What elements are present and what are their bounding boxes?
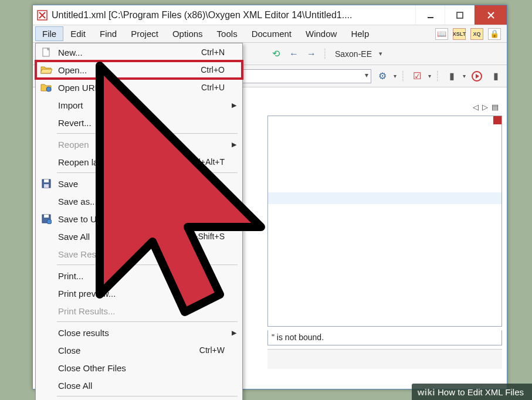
menu-accelerator: Ctrl+W	[199, 345, 242, 355]
column2-icon[interactable]: ▮	[488, 69, 503, 84]
menu-item-save-to-url[interactable]: Save to URL...	[36, 210, 242, 228]
menu-accelerator: Ctrl+Shift+S	[181, 232, 242, 241]
menu-item-print-results: Print Results...	[36, 302, 242, 320]
xslt-icon[interactable]: XSLT	[453, 28, 466, 40]
editor-area[interactable]	[267, 116, 502, 327]
processor-label[interactable]: Saxon-EE	[331, 49, 375, 59]
menu-accelerator: Ctrl+U	[201, 83, 242, 92]
window-buttons	[415, 5, 507, 25]
svg-rect-10	[44, 215, 49, 218]
gear-icon[interactable]: ⚙	[375, 69, 390, 84]
svg-point-11	[47, 219, 52, 224]
menu-label: Import	[57, 100, 242, 110]
menu-label: Print Results...	[57, 306, 242, 316]
refresh-icon[interactable]: ⟲	[269, 47, 283, 61]
error-marker[interactable]	[493, 116, 501, 124]
book-icon[interactable]: 📖	[435, 28, 448, 40]
xq-icon[interactable]: XQ	[470, 28, 483, 40]
editor-current-line	[268, 192, 501, 204]
menu-item-print-preview[interactable]: Print preview...	[36, 284, 242, 302]
menu-separator	[57, 396, 238, 396]
menu-item-reopen: Reopen▶	[36, 135, 242, 153]
menu-separator	[57, 265, 238, 265]
svg-rect-2	[457, 12, 463, 18]
menu-file[interactable]: File	[35, 26, 63, 41]
menu-document[interactable]: Document	[245, 26, 299, 41]
menu-label: Print preview...	[57, 289, 242, 299]
menu-label: Reopen last closed editor	[57, 157, 188, 167]
menu-item-open-url[interactable]: Open URL...Ctrl+U	[36, 79, 242, 96]
minimize-button[interactable]	[415, 5, 445, 25]
menu-tools[interactable]: Tools	[210, 26, 245, 41]
menu-item-close-other-files[interactable]: Close Other Files	[36, 359, 242, 377]
window-title: Untitled1.xml [C:\Program Files (x86)\Ox…	[48, 10, 415, 21]
submenu-arrow-icon: ▶	[232, 141, 236, 148]
validate-icon[interactable]: ☑	[409, 69, 425, 84]
menu-label: Save to URL...	[57, 214, 242, 224]
menu-item-print[interactable]: Print...	[36, 267, 242, 284]
menu-item-save-results: Save Results...	[36, 245, 242, 263]
menu-find[interactable]: Find	[93, 26, 124, 41]
menu-label: Reopen	[57, 140, 242, 150]
menu-label: Close All	[57, 381, 242, 391]
open-icon	[36, 65, 57, 74]
nav-arrows: ◁ ▷ ▤	[473, 103, 499, 111]
nav-list-icon[interactable]: ▤	[492, 103, 499, 111]
menu-accelerator: Ctrl+N	[201, 48, 242, 57]
play-icon[interactable]	[469, 69, 484, 84]
submenu-arrow-icon: ▶	[232, 101, 236, 109]
menu-separator	[57, 133, 238, 134]
nav-right-icon[interactable]: ▷	[482, 103, 488, 111]
menu-accelerator: Ctrl+O	[201, 65, 242, 74]
open-url-icon	[36, 83, 57, 92]
menu-item-close-results[interactable]: Close results▶	[36, 324, 242, 341]
menu-item-close[interactable]: CloseCtrl+W	[36, 341, 242, 359]
status-text: " is not bound.	[272, 333, 324, 342]
menu-item-close-all[interactable]: Close All	[36, 377, 242, 394]
menu-accelerator: Ctrl+Alt+T	[188, 157, 242, 167]
submenu-arrow-icon: ▶	[232, 329, 236, 337]
bottom-panel	[267, 349, 502, 369]
menu-help[interactable]: Help	[344, 26, 376, 41]
status-bar: " is not bound.	[267, 330, 502, 345]
menu-separator	[57, 321, 238, 322]
menu-label: Revert...	[57, 118, 242, 128]
svg-rect-8	[44, 184, 49, 188]
svg-rect-1	[428, 17, 433, 18]
svg-point-5	[46, 87, 51, 91]
menubar-right-icons: 📖 XSLT XQ 🔒	[435, 28, 504, 40]
menu-label: Open URL...	[57, 83, 201, 93]
close-button[interactable]	[474, 5, 507, 25]
menu-label: Save Results...	[57, 249, 242, 259]
menu-project[interactable]: Project	[124, 26, 165, 41]
lock-icon[interactable]: 🔒	[488, 28, 501, 40]
menu-label: Print...	[57, 271, 242, 281]
menu-item-save-all[interactable]: Save AllCtrl+Shift+S	[36, 228, 242, 245]
back-arrow-icon[interactable]: ←	[287, 47, 301, 61]
column-icon[interactable]: ▮	[444, 69, 459, 84]
title-bar: Untitled1.xml [C:\Program Files (x86)\Ox…	[33, 5, 507, 25]
maximize-button[interactable]	[445, 5, 474, 25]
menu-label: Save All	[57, 232, 181, 242]
nav-left-icon[interactable]: ◁	[473, 103, 479, 111]
menu-item-revert[interactable]: Revert...	[36, 114, 242, 131]
file-menu-dropdown: New...Ctrl+NOpen...Ctrl+OOpen URL...Ctrl…	[35, 43, 243, 400]
menu-options[interactable]: Options	[165, 26, 210, 41]
menu-window[interactable]: Window	[299, 26, 344, 41]
menu-edit[interactable]: Edit	[63, 26, 93, 41]
menu-label: Close Other Files	[57, 363, 242, 373]
xpath-combo[interactable]	[225, 69, 371, 83]
menu-item-open[interactable]: Open...Ctrl+O	[36, 61, 242, 79]
menu-item-import[interactable]: Import▶	[36, 96, 242, 114]
tutorial-caption: wiki How to Edit XML Files	[412, 384, 532, 400]
menu-label: Close results	[57, 328, 242, 338]
menu-label: Close	[57, 345, 199, 355]
menu-item-reopen-last-closed-editor[interactable]: Reopen last closed editorCtrl+Alt+T	[36, 153, 242, 171]
menu-separator	[57, 172, 238, 173]
menu-label: Open...	[57, 65, 201, 75]
menu-item-save-as[interactable]: Save as...	[36, 192, 242, 210]
caption-wiki: wiki	[418, 387, 435, 397]
forward-arrow-icon[interactable]: →	[304, 47, 318, 61]
menu-item-new[interactable]: New...Ctrl+N	[36, 43, 242, 61]
menu-item-save[interactable]: Save	[36, 175, 242, 192]
